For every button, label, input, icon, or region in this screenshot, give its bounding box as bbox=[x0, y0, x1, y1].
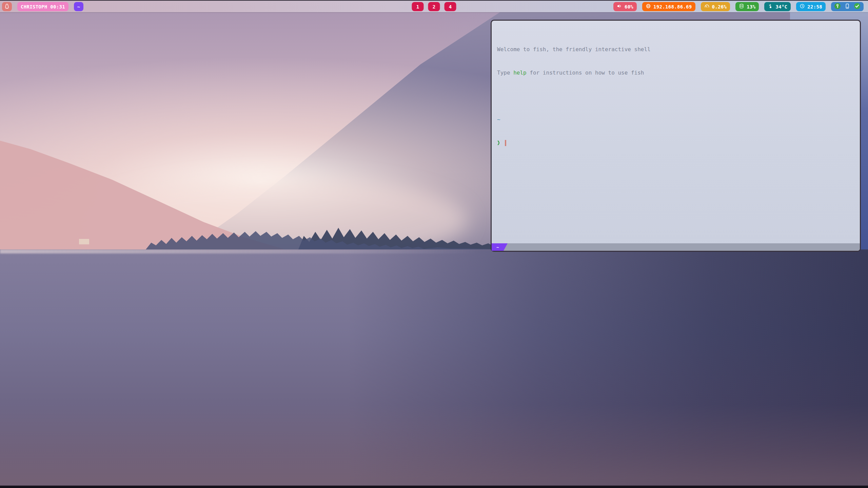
session-uptime-badge: CHRISTOPH 00:31 bbox=[17, 2, 68, 11]
bar-right-modules: 60% 192.168.86.69 0.26% bbox=[613, 2, 864, 11]
launcher-button[interactable] bbox=[2, 2, 12, 11]
database-icon bbox=[739, 3, 744, 10]
tmux-session-segment[interactable]: ~ bbox=[492, 243, 508, 251]
workspace-button-1[interactable]: 1 bbox=[412, 2, 424, 11]
ip-address: 192.168.86.69 bbox=[653, 4, 692, 9]
wallpaper-lake-reflection bbox=[0, 249, 868, 488]
cpu-load-value: 0.26% bbox=[712, 4, 727, 9]
help-command-text: help bbox=[513, 69, 527, 76]
current-directory-badge: ~ bbox=[74, 2, 83, 11]
thermometer-icon bbox=[768, 3, 773, 10]
volume-value: 60% bbox=[625, 4, 633, 9]
terminal-window[interactable]: Welcome to fish, the friendly interactiv… bbox=[491, 20, 861, 252]
workspace-button-4[interactable]: 4 bbox=[445, 2, 456, 11]
tmux-session-label: ~ bbox=[496, 245, 499, 250]
desktop: CHRISTOPH 00:31 ~ 1 2 4 bbox=[0, 0, 868, 488]
cpu-load-badge: 0.26% bbox=[701, 2, 730, 11]
network-ip-badge: 192.168.86.69 bbox=[642, 2, 695, 11]
tux-linux-icon bbox=[4, 3, 10, 10]
prompt-chevron-icon bbox=[497, 140, 502, 146]
prompt-path: ~ bbox=[497, 116, 855, 123]
current-directory-label: ~ bbox=[77, 4, 80, 9]
text-cursor bbox=[505, 140, 506, 146]
phone-icon[interactable] bbox=[844, 3, 850, 10]
session-uptime-label: CHRISTOPH 00:31 bbox=[21, 4, 65, 9]
fish-greeting-line1: Welcome to fish, the friendly interactiv… bbox=[497, 45, 855, 53]
speaker-icon bbox=[617, 3, 622, 10]
status-bar: CHRISTOPH 00:31 ~ 1 2 4 bbox=[0, 0, 868, 12]
globe-icon bbox=[646, 3, 651, 10]
clock-icon bbox=[800, 3, 805, 10]
workspace-button-2[interactable]: 2 bbox=[428, 2, 440, 11]
blank-line bbox=[497, 92, 855, 100]
tmux-status-bar: ~ bbox=[492, 243, 860, 251]
volume-badge[interactable]: 60% bbox=[613, 2, 637, 11]
clock-value: 22:58 bbox=[807, 4, 822, 9]
clock-badge[interactable]: 22:58 bbox=[796, 2, 826, 11]
memory-badge: 13% bbox=[735, 2, 759, 11]
prompt-input-line[interactable] bbox=[497, 139, 855, 147]
gauge-icon bbox=[704, 3, 710, 10]
temperature-badge: 34°C bbox=[764, 2, 791, 11]
bar-left-modules: CHRISTOPH 00:31 ~ bbox=[2, 2, 83, 11]
workspace-switcher: 1 2 4 bbox=[412, 2, 456, 11]
fish-greeting-line2: Type help for instructions on how to use… bbox=[497, 69, 855, 77]
system-tray bbox=[831, 2, 864, 11]
memory-value: 13% bbox=[747, 4, 755, 9]
terminal-output[interactable]: Welcome to fish, the friendly interactiv… bbox=[492, 21, 860, 243]
check-icon[interactable] bbox=[854, 3, 861, 11]
key-icon[interactable] bbox=[834, 3, 841, 11]
temperature-value: 34°C bbox=[775, 4, 787, 9]
